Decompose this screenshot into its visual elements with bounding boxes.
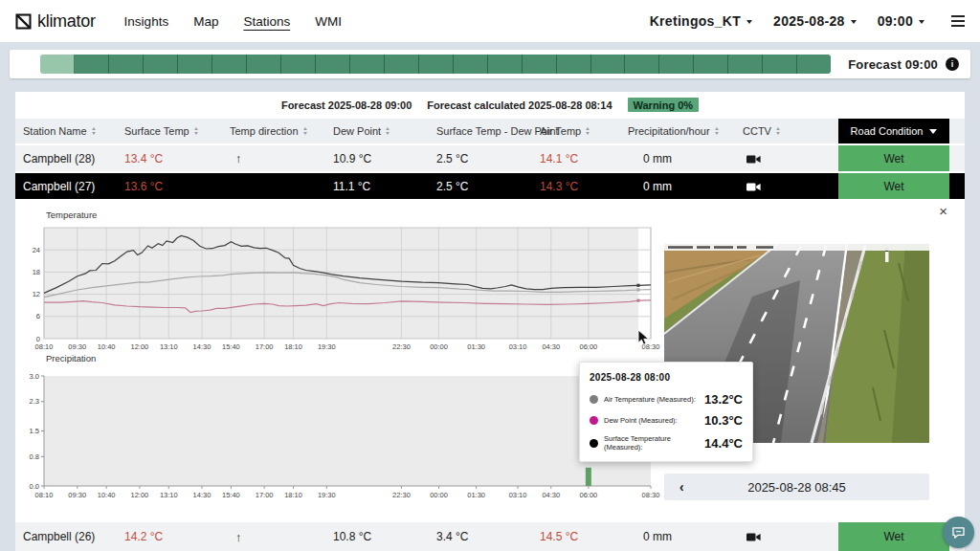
timeline-segment[interactable] <box>419 55 454 74</box>
svg-text:22:30: 22:30 <box>392 342 411 351</box>
meta-calculated: Forecast calculated 2025-08-28 08:14 <box>427 99 612 111</box>
svg-text:14:30: 14:30 <box>193 491 212 499</box>
svg-text:0.0: 0.0 <box>30 482 39 491</box>
dew-point-value: 10.8 °C <box>325 530 429 543</box>
temperature-chart[interactable]: 08:1009:3010:4012:0013:1014:3015:4017:00… <box>27 221 678 355</box>
timeline-segment[interactable] <box>350 55 385 74</box>
timeline-segment[interactable] <box>212 55 247 74</box>
road-condition-badge: Wet <box>838 522 949 551</box>
timeline-segment[interactable] <box>316 55 350 74</box>
col-precipitation[interactable]: Precipitation/hour <box>620 119 735 143</box>
col-air-temp[interactable]: Air Temp <box>532 119 620 143</box>
date-select-value: 2025-08-28 <box>773 13 845 29</box>
tooltip-row: Surface Temperature (Measured): 14.4°C <box>590 434 743 452</box>
precipitation-value: 0 mm <box>620 152 735 165</box>
timeline-segment[interactable] <box>694 55 728 74</box>
klimator-logo[interactable]: klimator <box>15 11 96 32</box>
forecast-timeline[interactable] <box>40 55 831 74</box>
cctv-cell <box>735 530 838 543</box>
svg-text:13:10: 13:10 <box>160 491 178 499</box>
timeline-segment[interactable] <box>144 55 178 74</box>
air-temp-value: 14.5 °C <box>532 530 620 543</box>
temperature-chart-title: Temperature <box>46 209 97 220</box>
caret-down-icon <box>919 20 924 27</box>
timeline-segment[interactable] <box>75 55 109 74</box>
chevron-left-icon[interactable]: ‹ <box>679 480 684 494</box>
timeline-segment[interactable] <box>728 55 763 74</box>
tooltip-value: 13.2°C <box>704 392 743 407</box>
caret-down-icon <box>851 20 857 27</box>
timeline-segment[interactable] <box>385 55 419 74</box>
table-header: Station Name Surface Temp Temp direction… <box>15 119 965 143</box>
timeline-segment[interactable] <box>40 55 75 74</box>
camera-icon[interactable] <box>746 154 761 165</box>
table-row-selected[interactable]: Campbell (27) 13.6 °C 11.1 °C 2.5 °C 14.… <box>15 173 965 199</box>
time-select[interactable]: 09:00 <box>878 13 924 29</box>
svg-text:10:40: 10:40 <box>98 491 116 499</box>
svg-text:15:40: 15:40 <box>222 491 240 499</box>
timeline-segment[interactable] <box>488 55 523 74</box>
cctv-cell <box>735 152 838 165</box>
svg-text:19:30: 19:30 <box>318 342 336 351</box>
caret-down-icon <box>746 20 752 27</box>
sort-icon <box>194 125 198 137</box>
svg-text:18:10: 18:10 <box>284 342 302 351</box>
svg-text:22:30: 22:30 <box>392 491 411 499</box>
air-temperature-dot <box>590 395 598 404</box>
dew-point-value: 11.1 °C <box>325 180 429 193</box>
brand-name: klimator <box>37 11 96 32</box>
nav-link-insights[interactable]: Insights <box>124 14 169 29</box>
table-row[interactable]: Campbell (26) 14.2 °C ↑ 10.8 °C 3.4 °C 1… <box>15 522 965 551</box>
date-select[interactable]: 2025-08-28 <box>773 13 857 29</box>
timeline-segment[interactable] <box>659 55 694 74</box>
timeline-segment[interactable] <box>109 55 144 74</box>
nav-left: klimator Insights Map Stations WMI <box>15 11 342 32</box>
timeline-segment[interactable] <box>247 55 281 74</box>
menu-icon[interactable] <box>951 15 965 26</box>
surface-minus-dew-value: 2.5 °C <box>429 180 532 193</box>
col-surface-temp[interactable]: Surface Temp <box>117 119 222 143</box>
station-select[interactable]: Kretingos_KT <box>650 13 752 29</box>
station-name: Campbell (26) <box>15 530 117 543</box>
timeline-segment[interactable] <box>454 55 488 74</box>
warning-badge: Warning 0% <box>628 98 700 112</box>
camera-icon[interactable] <box>746 182 761 192</box>
col-surface-minus-dew: Surface Temp - Dew Point <box>429 119 532 143</box>
col-label: Road Condition <box>851 125 924 137</box>
station-name: Campbell (28) <box>15 152 117 165</box>
timeline-segment[interactable] <box>591 55 626 74</box>
info-icon[interactable]: i <box>946 57 959 71</box>
camera-icon[interactable] <box>746 532 761 542</box>
nav-link-wmi[interactable]: WMI <box>315 14 342 29</box>
chat-button[interactable] <box>943 517 974 548</box>
timeline-segment[interactable] <box>178 55 212 74</box>
timeline-segment[interactable] <box>557 55 591 74</box>
nav-link-stations[interactable]: Stations <box>243 14 290 29</box>
chart-tooltip: 2025-08-28 08:00 Air Temperature (Measur… <box>579 362 753 462</box>
svg-text:0.8: 0.8 <box>30 452 39 461</box>
close-icon[interactable]: × <box>939 204 947 218</box>
svg-text:12: 12 <box>33 290 40 298</box>
col-temp-direction[interactable]: Temp direction <box>222 119 325 143</box>
timeline-segment[interactable] <box>797 55 831 74</box>
col-dew-point[interactable]: Dew Point <box>325 119 429 143</box>
temp-direction-arrow: ↑ <box>222 151 325 165</box>
svg-text:3.0: 3.0 <box>30 372 39 381</box>
timeline-segment[interactable] <box>763 55 797 74</box>
timeline-segment[interactable] <box>523 55 557 74</box>
cctv-cell <box>735 180 838 193</box>
col-road-condition[interactable]: Road Condition <box>838 119 949 143</box>
col-cctv[interactable]: CCTV <box>735 119 838 143</box>
nav-link-map[interactable]: Map <box>193 14 218 29</box>
col-station-name[interactable]: Station Name <box>15 119 117 143</box>
svg-text:19:30: 19:30 <box>318 491 336 499</box>
table-row[interactable]: Campbell (28) 13.4 °C ↑ 10.9 °C 2.5 °C 1… <box>15 145 965 171</box>
timeline-segment[interactable] <box>281 55 316 74</box>
forecast-label: Forecast 09:00 <box>848 57 938 72</box>
svg-text:2.3: 2.3 <box>30 397 39 406</box>
svg-text:06:00: 06:00 <box>579 491 597 499</box>
timeline-segment[interactable] <box>625 55 659 74</box>
svg-text:04:30: 04:30 <box>542 342 560 351</box>
col-label: Surface Temp <box>124 125 189 137</box>
col-label: Precipitation/hour <box>628 125 710 137</box>
